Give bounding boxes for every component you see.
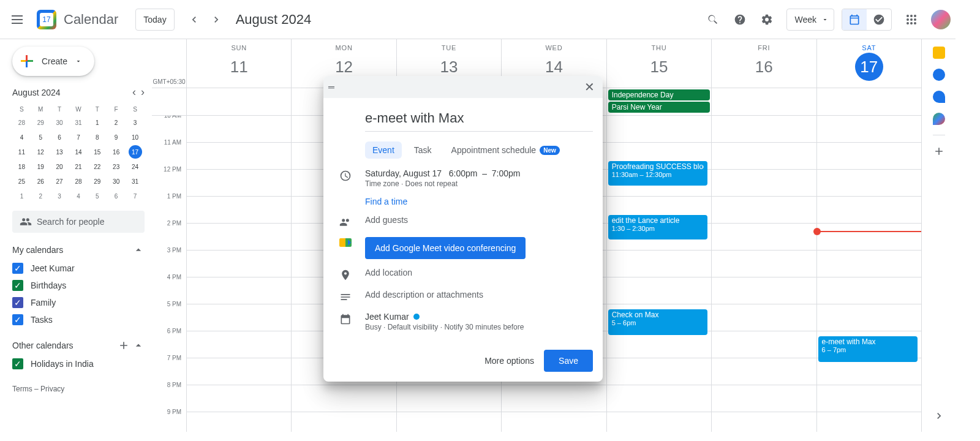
calendar-item[interactable]: ✓Tasks (12, 311, 145, 328)
terms-link[interactable]: Terms (12, 385, 32, 393)
mini-cal-day[interactable]: 16 (107, 145, 126, 159)
save-button[interactable]: Save (544, 350, 593, 372)
tab-event[interactable]: Event (365, 141, 402, 159)
checkbox-icon[interactable]: ✓ (12, 297, 23, 308)
mini-cal-day[interactable]: 28 (12, 115, 31, 130)
mini-cal-day[interactable]: 4 (69, 189, 88, 203)
mini-cal-day[interactable]: 31 (126, 174, 145, 189)
other-calendars-header[interactable]: Other calendars (12, 336, 145, 355)
mini-cal-day[interactable]: 19 (31, 159, 50, 174)
mini-cal-day[interactable]: 14 (69, 145, 88, 159)
calendar-logo[interactable] (34, 7, 59, 32)
calendar-item[interactable]: ✓Jeet Kumar (12, 260, 145, 277)
account-avatar[interactable] (931, 10, 951, 29)
mini-cal-day[interactable]: 2 (107, 115, 126, 130)
day-header[interactable]: SUN11 (186, 39, 291, 88)
mini-cal-day[interactable]: 4 (12, 130, 31, 145)
mini-cal-day[interactable]: 24 (126, 159, 145, 174)
get-addons-button[interactable] (933, 145, 945, 157)
mini-cal-day[interactable]: 12 (31, 145, 50, 159)
create-button[interactable]: Create (12, 47, 94, 76)
mini-cal-day[interactable]: 7 (126, 189, 145, 203)
search-button[interactable] (701, 7, 725, 32)
mini-cal-day[interactable]: 29 (88, 174, 107, 189)
day-column[interactable]: Proofreading SUCCESS blog11:30am – 12:30… (606, 116, 711, 432)
mini-cal-day[interactable]: 8 (88, 130, 107, 145)
checkbox-icon[interactable]: ✓ (12, 263, 23, 274)
mini-cal-day[interactable]: 29 (31, 115, 50, 130)
settings-button[interactable] (755, 7, 779, 32)
mini-cal-day[interactable]: 27 (50, 174, 69, 189)
mini-cal-day[interactable]: 3 (126, 115, 145, 130)
mini-cal-day[interactable]: 13 (50, 145, 69, 159)
calendar-event[interactable]: Check on Max5 – 6pm (608, 309, 707, 335)
mini-cal-day[interactable]: 28 (69, 174, 88, 189)
main-menu-button[interactable] (5, 7, 29, 32)
mini-cal-day[interactable]: 5 (88, 189, 107, 203)
calendar-item[interactable]: ✓Birthdays (12, 277, 145, 294)
mini-cal-day[interactable]: 26 (31, 174, 50, 189)
mini-cal-day[interactable]: 17 (126, 145, 145, 159)
privacy-link[interactable]: Privacy (40, 385, 64, 393)
calendar-event[interactable]: e-meet with Max6 – 7pm (818, 336, 918, 362)
mini-cal-day[interactable]: 10 (126, 130, 145, 145)
mini-cal-day[interactable]: 18 (12, 159, 31, 174)
more-options-button[interactable]: More options (484, 356, 534, 366)
mini-cal-day[interactable]: 30 (50, 115, 69, 130)
allday-event[interactable]: Independence Day (608, 89, 710, 100)
calendar-view-toggle[interactable] (842, 9, 867, 30)
mini-cal-day[interactable]: 15 (88, 145, 107, 159)
calendar-item[interactable]: ✓Holidays in India (12, 355, 145, 372)
add-icon[interactable] (118, 339, 130, 352)
mini-cal-day[interactable]: 6 (50, 130, 69, 145)
day-column[interactable] (711, 116, 816, 432)
view-switcher[interactable]: Week (786, 9, 834, 31)
close-dialog-button[interactable]: ✕ (581, 78, 598, 96)
add-meet-button[interactable]: Add Google Meet video conferencing (365, 237, 526, 259)
hide-side-panel[interactable] (933, 410, 945, 424)
day-header[interactable]: FRI16 (711, 39, 816, 88)
mini-calendar[interactable]: SMTWTFS 28293031123456789101112131415161… (12, 104, 145, 203)
mini-cal-day[interactable]: 9 (107, 130, 126, 145)
checkbox-icon[interactable]: ✓ (12, 314, 23, 325)
mini-cal-day[interactable]: 20 (50, 159, 69, 174)
mini-cal-day[interactable]: 6 (107, 189, 126, 203)
allday-event[interactable]: Parsi New Year (608, 102, 710, 113)
find-time-link[interactable]: Find a time (365, 197, 407, 206)
mini-cal-day[interactable]: 1 (88, 115, 107, 130)
keep-icon[interactable] (933, 47, 945, 59)
google-apps-button[interactable] (899, 7, 924, 32)
mini-next-month[interactable]: › (141, 86, 145, 99)
allday-cell[interactable] (186, 88, 291, 115)
current-range-label[interactable]: August 2024 (236, 12, 312, 28)
prev-week-button[interactable] (184, 10, 204, 29)
checkbox-icon[interactable]: ✓ (12, 358, 23, 369)
tab-task[interactable]: Task (407, 141, 439, 159)
mini-cal-day[interactable]: 31 (69, 115, 88, 130)
mini-cal-day[interactable]: 25 (12, 174, 31, 189)
calendar-event[interactable]: edit the Lance article1:30 – 2:30pm (608, 215, 707, 239)
drag-handle-icon[interactable]: ═ (328, 82, 334, 92)
day-header[interactable]: SAT17 (816, 39, 921, 88)
calendar-event[interactable]: Proofreading SUCCESS blog11:30am – 12:30… (608, 161, 707, 186)
day-header[interactable]: THU15 (606, 39, 711, 88)
tasks-icon[interactable] (933, 69, 945, 81)
day-column[interactable]: e-meet with Max6 – 7pm (816, 116, 921, 432)
add-location-button[interactable]: Add location (365, 268, 412, 277)
mini-cal-day[interactable]: 2 (31, 189, 50, 203)
calendar-item[interactable]: ✓Family (12, 294, 145, 311)
maps-icon[interactable] (933, 113, 945, 125)
mini-prev-month[interactable]: ‹ (132, 86, 136, 99)
allday-cell[interactable] (711, 88, 816, 115)
support-button[interactable] (728, 7, 752, 32)
mini-cal-day[interactable]: 3 (50, 189, 69, 203)
next-week-button[interactable] (206, 10, 226, 29)
mini-cal-day[interactable]: 11 (12, 145, 31, 159)
day-column[interactable] (186, 116, 291, 432)
mini-cal-day[interactable]: 21 (69, 159, 88, 174)
tasks-view-toggle[interactable] (867, 9, 891, 30)
mini-cal-day[interactable]: 1 (12, 189, 31, 203)
event-calendar-selector[interactable]: Jeet Kumar Busy · Default visibility · N… (365, 312, 593, 331)
tab-appointment[interactable]: Appointment schedule New (444, 141, 567, 159)
event-title-input[interactable] (365, 108, 593, 132)
